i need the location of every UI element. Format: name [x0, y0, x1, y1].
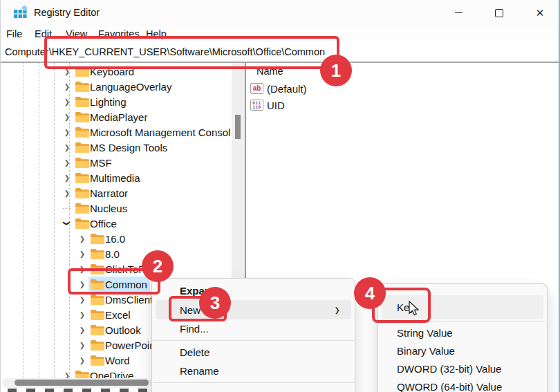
tree-item-languageoverlay[interactable]: ❯LanguageOverlay	[62, 79, 174, 94]
tree-guide-line	[24, 63, 24, 378]
tree-item-nucleus[interactable]: Nucleus	[62, 200, 130, 216]
folder-icon	[90, 233, 105, 245]
chevron-right-icon[interactable]: ❯	[62, 94, 73, 109]
folder-icon	[75, 172, 90, 184]
tree-guide-line	[39, 63, 39, 378]
chevron-right-icon[interactable]: ❯	[77, 307, 88, 322]
chevron-right-icon[interactable]: ❯	[77, 277, 88, 292]
tree-item-lighting[interactable]: ❯Lighting	[62, 94, 129, 109]
submenu-item-string-value[interactable]: String Value	[378, 324, 547, 342]
chevron-right-icon[interactable]: ❯	[62, 170, 73, 185]
folder-icon	[90, 294, 105, 306]
chevron-right-icon[interactable]: ❯	[62, 185, 73, 200]
chevron-right-icon[interactable]: ❯	[62, 64, 73, 79]
menu-help[interactable]: Help	[146, 26, 167, 42]
tree-item-label: 8.0	[105, 248, 120, 260]
chevron-right-icon[interactable]: ❯	[62, 124, 73, 140]
context-menu-item-delete[interactable]: Delete	[152, 343, 355, 362]
folder-icon	[90, 279, 105, 290]
tree-item-mediaplayer[interactable]: ❯MediaPlayer	[62, 109, 150, 124]
chevron-right-icon[interactable]: ❯	[77, 231, 88, 246]
value-name: (Default)	[267, 83, 307, 95]
folder-icon	[75, 111, 90, 123]
tree-horizontal-scrollbar-thumb[interactable]	[15, 380, 149, 386]
tree-item-ms-design-tools[interactable]: ❯MS Design Tools	[62, 140, 170, 155]
tree-item-label: Excel	[105, 309, 131, 321]
folder-icon	[90, 339, 105, 351]
menu-edit[interactable]: Edit	[35, 26, 52, 42]
binary-value-icon: 011110	[250, 100, 263, 111]
tree-item-label: MediaPlayer	[90, 111, 147, 123]
tree-item-msf[interactable]: ❯MSF	[62, 155, 115, 170]
name-column-header[interactable]: Name	[256, 66, 283, 77]
folder-icon	[75, 142, 90, 153]
menu-separator	[153, 340, 354, 341]
registry-editor-icon	[13, 6, 28, 21]
tree-item-excel[interactable]: ❯Excel	[77, 307, 133, 322]
value-row-uid[interactable]: 011110UID	[250, 97, 285, 113]
chevron-right-icon[interactable]: ❯	[62, 79, 73, 94]
menu-file[interactable]: File	[6, 26, 22, 42]
chevron-right-icon[interactable]: ❯	[77, 353, 88, 368]
folder-icon	[75, 81, 90, 93]
maximize-icon	[495, 9, 503, 17]
tree-item-narrator[interactable]: ❯Narrator	[62, 185, 131, 200]
folder-icon	[90, 248, 105, 260]
chevron-right-icon[interactable]: ❯	[62, 155, 73, 170]
submenu-item-dword-32-bit-value[interactable]: DWORD (32-bit) Value	[378, 360, 547, 377]
tree-item-label: DmsClient	[105, 294, 153, 306]
chevron-right-icon[interactable]: ❯	[77, 337, 88, 353]
tree-item-common[interactable]: ❯Common	[77, 277, 150, 292]
menu-favorites[interactable]: Favorites	[98, 26, 140, 42]
close-icon: ✕	[536, 7, 545, 19]
string-value-icon: ab	[250, 83, 263, 94]
tree-guide-line	[54, 63, 55, 378]
tree-item-outlook[interactable]: ❯Outlook	[77, 322, 144, 337]
tree-item-16-0[interactable]: ❯16.0	[77, 231, 128, 246]
chevron-right-icon[interactable]: ❯	[77, 292, 88, 307]
tree-item-powerpoint[interactable]: ❯PowerPoint	[77, 337, 161, 353]
chevron-down-icon[interactable]: ❯	[59, 218, 75, 229]
tree-item-8-0[interactable]: ❯8.0	[77, 246, 122, 261]
context-menu-item-expand[interactable]: Expand	[152, 281, 355, 300]
folder-icon	[75, 157, 90, 169]
context-menu: ExpandNew❯Find...DeleteRename	[151, 278, 355, 392]
clipped-tree-row	[8, 389, 149, 392]
menu-separator	[379, 321, 546, 321]
chevron-right-icon[interactable]: ❯	[77, 246, 88, 261]
chevron-right-icon[interactable]: ❯	[62, 140, 73, 155]
value-name: UID	[267, 100, 285, 111]
tree-item-multimedia[interactable]: ❯Multimedia	[62, 170, 143, 185]
tree-item-label: Keyboard	[90, 66, 134, 77]
tree-item-microsoft-management-consol[interactable]: ❯Microsoft Management Consol	[62, 124, 233, 140]
tree-item-keyboard[interactable]: ❯Keyboard	[62, 64, 137, 79]
close-button[interactable]: ✕	[524, 0, 556, 26]
tree-item-dmsclient[interactable]: ❯DmsClient	[77, 292, 156, 307]
value-row-default[interactable]: ab(Default)	[250, 81, 307, 96]
minimize-button[interactable]	[442, 0, 474, 26]
folder-icon	[75, 203, 90, 214]
context-menu-item-rename[interactable]: Rename	[152, 362, 355, 380]
titlebar: Registry Editor ✕	[1, 0, 559, 26]
chevron-right-icon[interactable]: ❯	[77, 322, 88, 337]
tree-item-office[interactable]: ❯Office	[62, 216, 120, 231]
tree-item-label: Word	[105, 355, 130, 366]
context-menu-item-new[interactable]: New❯	[156, 300, 351, 319]
submenu-item-key[interactable]: Key	[382, 295, 543, 319]
chevron-right-icon[interactable]: ❯	[62, 109, 73, 124]
tree-item-clicktorun[interactable]: ❯ClickToRun	[77, 261, 160, 277]
submenu-item-qword-64-bit-value[interactable]: QWORD (64-bit) Value	[378, 377, 547, 392]
tree-item-label: Office	[90, 218, 117, 230]
submenu-item-binary-value[interactable]: Binary Value	[378, 342, 547, 360]
maximize-button[interactable]	[483, 0, 515, 26]
tree-item-word[interactable]: ❯Word	[77, 353, 133, 368]
folder-icon	[90, 309, 105, 321]
tree-vertical-scrollbar-thumb[interactable]	[235, 115, 241, 139]
chevron-right-icon[interactable]: ❯	[77, 261, 88, 277]
folder-icon	[75, 66, 90, 77]
menu-view[interactable]: View	[66, 26, 87, 42]
address-bar[interactable]: Computer\HKEY_CURRENT_USER\Software\Micr…	[1, 42, 559, 63]
tree-item-label: Lighting	[90, 96, 127, 108]
tree-horizontal-scrollbar[interactable]	[2, 378, 151, 388]
context-menu-item-find[interactable]: Find...	[152, 319, 355, 338]
